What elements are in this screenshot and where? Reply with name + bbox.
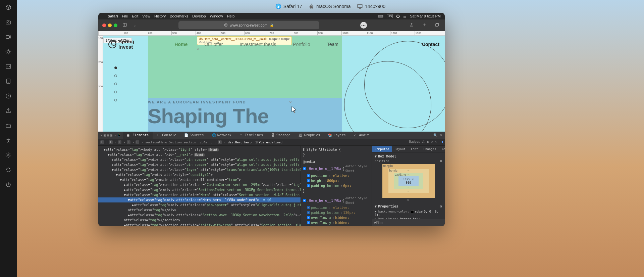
menu-window[interactable]: Window (210, 14, 223, 18)
dock-left-icon[interactable]: ◧ (104, 133, 106, 137)
clock-icon[interactable] (5, 93, 12, 99)
tab-sources[interactable]: 📄Sources (180, 132, 208, 139)
nav-thesis[interactable]: Investment thesis (239, 42, 276, 47)
cp-tab-computed[interactable]: Computed (372, 146, 392, 152)
close-window-button[interactable] (102, 24, 106, 27)
dom-node[interactable]: ▼attr">class="tag"><div attr">style="opa… (98, 172, 301, 177)
crosshair-icon[interactable]: ⊕ (431, 140, 433, 145)
share-button[interactable] (408, 22, 415, 28)
search-icon[interactable]: 🔍 (433, 133, 437, 137)
dom-node[interactable]: ▶attr">class="tag"><section attr">class=… (98, 182, 301, 187)
menu-edit[interactable]: Edit (132, 14, 138, 18)
settings-icon[interactable]: ⚙ (440, 133, 442, 137)
close-devtools-button[interactable]: ✕ (100, 133, 102, 137)
menu-bookmarks[interactable]: Bookmarks (170, 14, 188, 18)
breadcrumb-item[interactable]: E (100, 140, 104, 144)
menubar-locale[interactable]: US (387, 14, 393, 18)
breadcrumb-item[interactable]: E (109, 140, 113, 144)
camera-icon[interactable] (5, 19, 12, 26)
menu-app-name[interactable]: Safari (108, 14, 118, 18)
gear-icon[interactable] (5, 152, 12, 158)
breadcrumb-item[interactable]: E (218, 140, 222, 144)
breadcrumb-item[interactable]: div.Hero_hero__1fVUa.undefined (227, 141, 283, 144)
tab-storage[interactable]: 🗄Storage (267, 132, 294, 139)
dom-node[interactable]: attr">class="tag"></section> (98, 218, 301, 223)
tablet-icon[interactable] (5, 78, 12, 85)
section-dot[interactable] (114, 91, 117, 93)
new-tab-button[interactable] (421, 22, 428, 28)
tab-layers[interactable]: 📚Layers (324, 132, 350, 139)
section-dot[interactable] (114, 99, 117, 101)
menubar-input-icon[interactable]: ⌨ (378, 14, 383, 18)
props-gear-icon[interactable]: ⚙ (440, 204, 442, 208)
section-dot[interactable] (114, 83, 117, 85)
chevron-down-icon[interactable]: ⌄ (132, 24, 138, 27)
dom-node[interactable]: ▼attr">class="tag"><section attr">id="He… (98, 192, 301, 197)
dom-node[interactable]: attr">class="tag"></div> (98, 207, 301, 213)
device-icon[interactable]: 📱 (117, 133, 121, 137)
tabs-overview-button[interactable] (433, 22, 441, 28)
breadcrumb-item[interactable]: section#Hero.Section_section__zU4a... (144, 141, 213, 144)
code-icon[interactable] (5, 63, 12, 70)
breadcrumb-item[interactable]: E (127, 140, 130, 144)
share-icon[interactable] (5, 107, 12, 114)
tab-console[interactable]: ›_Console (153, 132, 180, 139)
minimize-window-button[interactable] (108, 24, 112, 27)
menubar-control-center-icon[interactable]: ☰ (403, 14, 407, 18)
badges-button[interactable]: Badges (409, 140, 420, 145)
dom-node[interactable]: ▼attr">class="tag"><div attr">class="Her… (98, 197, 301, 202)
power-icon[interactable] (5, 181, 12, 188)
dom-node[interactable]: ▶attr">class="tag"><div attr">class="pin… (98, 162, 301, 167)
nav-home[interactable]: Home (175, 42, 188, 47)
zoom-window-button[interactable] (114, 24, 117, 27)
dock-right-icon[interactable]: ◨ (110, 133, 112, 137)
folder-icon[interactable] (5, 122, 12, 129)
video-icon[interactable] (5, 34, 12, 40)
nav-team[interactable]: Team (327, 42, 338, 47)
menu-develop[interactable]: Develop (192, 14, 206, 18)
extension-button[interactable]: ••• (360, 22, 367, 29)
tab-graphics[interactable]: 🖼Graphics (294, 132, 324, 139)
breadcrumb-item[interactable]: E (136, 140, 139, 144)
section-dot[interactable] (114, 66, 117, 69)
bug-icon[interactable] (5, 48, 12, 55)
edit-icon[interactable]: ✎ (435, 140, 436, 145)
dom-node[interactable]: ▶attr">class="tag"><div attr">class="Sec… (98, 213, 301, 218)
menu-file[interactable]: File (122, 14, 128, 18)
nav-offer[interactable]: Our offer (204, 42, 223, 47)
tab-elements[interactable]: ▦Elements (123, 132, 153, 139)
tab-audit[interactable]: ✓Audit (350, 132, 373, 139)
tab-network[interactable]: 🌐Network (208, 132, 235, 139)
menu-view[interactable]: View (142, 14, 150, 18)
dom-node[interactable]: ▼attr">class="tag"><main attr">data-scro… (98, 177, 301, 182)
dock-window-icon[interactable]: ▭ (114, 133, 116, 137)
sidebar-toggle-button[interactable] (121, 22, 129, 28)
menu-history[interactable]: History (154, 14, 166, 18)
dom-node[interactable]: ▼attr">class="tag"><div attr">class="lay… (98, 167, 301, 172)
dock-bottom-icon[interactable]: ⬓ (107, 133, 109, 137)
cp-tab-layout[interactable]: Layout (392, 146, 408, 152)
site-logo[interactable]: Spring Invest (108, 39, 135, 50)
cp-tab-font[interactable]: Font (408, 146, 421, 152)
tab-timelines[interactable]: ⏱Timelines (235, 132, 267, 139)
dom-node[interactable]: ▼attr">class="tag"><body attr">class="li… (98, 147, 301, 152)
menubar-toggle-icon[interactable]: ⏻ (396, 14, 400, 18)
dom-node[interactable]: ▶attr">class="tag"><div attr">class="pin… (98, 157, 301, 162)
color-icon[interactable]: ◐ (427, 140, 429, 145)
refresh-icon[interactable] (5, 167, 12, 173)
dom-tree-panel[interactable]: ▼attr">class="tag"><body attr">class="li… (98, 146, 301, 226)
nav-portfolio[interactable]: Portfolio (293, 42, 310, 47)
dom-node[interactable]: ▶attr">class="tag"><section attr">id="sp… (98, 223, 301, 226)
menu-help[interactable]: Help (227, 14, 235, 18)
reader-icon[interactable] (224, 23, 228, 28)
dom-node[interactable]: ▼attr">class="tag"><div attr">id="__next… (98, 152, 301, 157)
print-icon[interactable]: 🖨 (422, 140, 425, 145)
address-bar[interactable]: www.spring-invest.com 🔒 (178, 21, 319, 29)
menubar-datetime[interactable]: Sat Mar 9 6:13 PM (410, 14, 441, 18)
dom-node[interactable]: ▶attr">class="tag"><div attr">class="Sec… (98, 187, 301, 192)
cube-icon[interactable] (5, 4, 12, 11)
computed-filter-input[interactable] (376, 221, 443, 225)
accessibility-icon[interactable] (5, 137, 12, 144)
section-dot[interactable] (114, 75, 117, 77)
sidebar-toggle-icon[interactable]: ◨ (441, 140, 443, 145)
